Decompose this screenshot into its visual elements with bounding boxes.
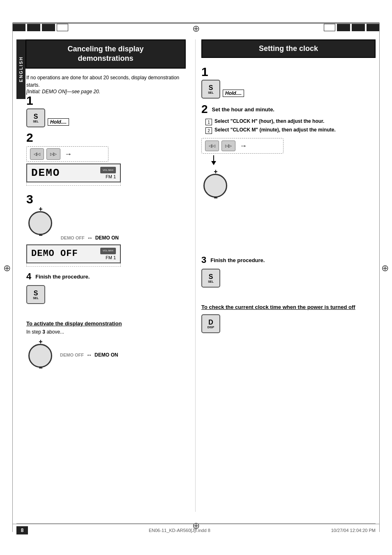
right-step3-text: Finish the procedure.: [210, 257, 265, 263]
footer-right-text: 10/27/04 12:04:20 PM: [331, 528, 376, 533]
hold-label-right-1: Hold....: [223, 90, 244, 97]
body-text-2: [Initial: DEMO ON]—see page 20.: [26, 89, 187, 94]
knob-illus-activate: + −: [26, 338, 55, 372]
bar-block-r3: [352, 24, 365, 31]
left-step1-number: 1: [26, 94, 69, 107]
sel-button-illus-4: S SEL: [26, 285, 45, 304]
right-step1-block: 1 S SEL Hold....: [201, 66, 244, 99]
right-step2-number: 2: [201, 103, 208, 116]
right-border: [379, 23, 380, 532]
display-screen-demo: DEMO VOL MAX FM 1: [26, 164, 121, 182]
bar-block-r4: [367, 24, 380, 31]
disp-button-illus: D DISP: [201, 314, 220, 333]
sub-step-text-2: Select "CLOCK M" (minute), then adjust t…: [214, 127, 336, 133]
activate-demo-off: DEMO OFF: [60, 352, 84, 357]
sub-step-num-1: 1: [205, 119, 212, 125]
check-clock-section: To check the current clock time when the…: [201, 304, 376, 333]
remote-btn-right-prev: ◁|◁: [205, 140, 219, 151]
down-arrow-icon: [210, 155, 218, 165]
right-crosshair-icon: ⊕: [381, 263, 389, 274]
sub-step-num-2: 2: [205, 127, 212, 134]
hold-label-1: Hold....: [48, 118, 69, 126]
left-title: Canceling the display demonstrations: [33, 44, 178, 64]
remote-illus-right: ◁|◁ ▷|▷ →: [201, 138, 284, 154]
activate-section: To activate the display demonstration In…: [26, 320, 187, 372]
activate-title: To activate the display demonstration: [26, 320, 187, 327]
right-step1-number: 1: [201, 66, 244, 78]
display-dashes-2: [26, 263, 121, 267]
left-step2-number: 2: [26, 131, 121, 144]
display-fm-1: FM 1: [106, 174, 116, 179]
right-step2-text: Set the hour and minute.: [212, 106, 274, 113]
display-screen-demo-off: DEMO OFF VOL MAX FM 1: [26, 244, 121, 263]
activate-demo-on: DEMO ON: [95, 352, 118, 358]
english-sidebar: ENGLISH: [16, 39, 25, 99]
footer-left-text: EN06-11_KD-AR560[J]f.indd 8: [149, 528, 210, 533]
bar-block-3: [42, 24, 55, 31]
sel-button-illus-1: S SEL: [26, 108, 45, 127]
demo-off-label: DEMO OFF: [61, 235, 85, 240]
arrow-right-2: →: [240, 142, 247, 150]
demo-arrow-icon: ↔: [87, 235, 93, 241]
knob-illus-right: + −: [201, 168, 230, 202]
demo-on-label: DEMO ON: [95, 235, 119, 241]
page-number: 8: [16, 526, 28, 534]
left-step2-block: 2 ◁|◁ ▷|▷ → DEMO VOL MAX FM 1: [26, 131, 121, 186]
left-step1-block: 1 S SEL Hold....: [26, 94, 69, 127]
bar-block-2: [27, 24, 40, 31]
knob-illus-1: + −: [26, 205, 55, 239]
footer: 8 EN06-11_KD-AR560[J]f.indd 8 10/27/04 1…: [16, 523, 376, 534]
english-label: ENGLISH: [18, 56, 23, 82]
display-dashes-1: [26, 182, 121, 186]
right-step3-number: 3: [201, 255, 206, 265]
left-step3-block: 3 + − DEMO OFF ↔ DEMO ON DEMO OFF VOL MA…: [26, 193, 121, 267]
sub-step-text-1: Select "CLOCK H" (hour), then adjust the…: [214, 118, 324, 124]
display-off-text: DEMO OFF: [31, 249, 78, 259]
remote-btn-right-next: ▷|▷: [221, 140, 235, 151]
sel-button-right-1: S SEL: [201, 80, 220, 99]
arrow-right-1: →: [65, 150, 72, 159]
left-crosshair-icon: ⊕: [3, 263, 11, 274]
display-demo-text: DEMO: [31, 167, 60, 179]
right-step3-block: 3 Finish the procedure. S SEL: [201, 255, 265, 288]
remote-btn-next: ▷|▷: [46, 148, 60, 160]
column-divider: [195, 39, 196, 512]
bar-block-r2: [337, 24, 350, 31]
left-step4-number: 4: [26, 271, 31, 282]
body-text-1: If no operations are done for about 20 s…: [26, 74, 187, 89]
activate-arrow-icon: ↔: [86, 352, 92, 358]
left-section-title-box: Canceling the display demonstrations: [25, 39, 186, 69]
top-crosshair-icon: ⊕: [192, 23, 200, 34]
check-clock-title: To check the current clock time when the…: [201, 304, 376, 310]
right-step2-block: 2 Set the hour and minute. 1 Select "CLO…: [201, 103, 376, 206]
right-title: Setting the clock: [209, 44, 368, 53]
body-text-block: If no operations are done for about 20 s…: [26, 74, 187, 94]
remote-btn-prev: ◁|◁: [30, 148, 44, 160]
demo-toggle-label: DEMO OFF ↔ DEMO ON: [61, 235, 119, 241]
right-section-title-box: Setting the clock: [201, 39, 376, 58]
bar-block-1: [12, 24, 25, 31]
left-border: [12, 23, 13, 532]
svg-marker-1: [211, 161, 216, 165]
left-step4-text: Finish the procedure.: [35, 274, 90, 280]
activate-text: In step 3 above...: [26, 329, 187, 335]
left-step4-block: 4 Finish the procedure. S SEL: [26, 271, 90, 304]
sel-button-right-3: S SEL: [201, 269, 220, 288]
activate-demo-toggle: DEMO OFF ↔ DEMO ON: [60, 352, 118, 358]
bar-block-4: [57, 24, 68, 31]
bar-block-r1: [324, 24, 335, 31]
remote-illus-top: ◁|◁ ▷|▷ →: [26, 146, 108, 162]
left-step3-number: 3: [26, 193, 121, 205]
